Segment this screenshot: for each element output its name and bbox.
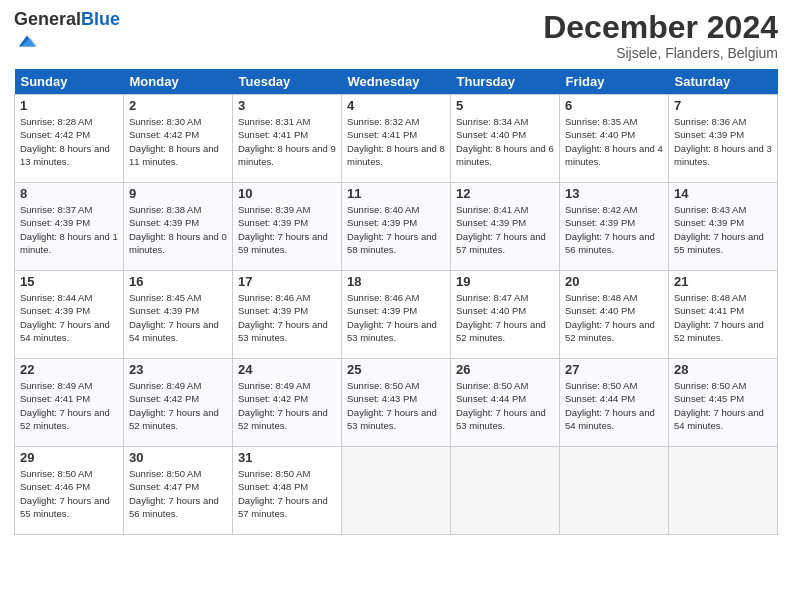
page-container: GeneralBlue December 2024 Sijsele, Fland… — [0, 0, 792, 545]
day-number: 24 — [238, 362, 336, 377]
calendar-cell: 28Sunrise: 8:50 AMSunset: 4:45 PMDayligh… — [669, 359, 778, 447]
logo-icon — [16, 30, 38, 52]
day-number: 11 — [347, 186, 445, 201]
day-number: 29 — [20, 450, 118, 465]
day-number: 31 — [238, 450, 336, 465]
calendar-cell: 11Sunrise: 8:40 AMSunset: 4:39 PMDayligh… — [342, 183, 451, 271]
calendar-body: 1Sunrise: 8:28 AMSunset: 4:42 PMDaylight… — [15, 95, 778, 535]
calendar-cell: 9Sunrise: 8:38 AMSunset: 4:39 PMDaylight… — [124, 183, 233, 271]
weekday-header-thursday: Thursday — [451, 69, 560, 95]
day-number: 12 — [456, 186, 554, 201]
day-info: Sunrise: 8:44 AMSunset: 4:39 PMDaylight:… — [20, 291, 118, 344]
day-info: Sunrise: 8:30 AMSunset: 4:42 PMDaylight:… — [129, 115, 227, 168]
day-number: 17 — [238, 274, 336, 289]
calendar-cell: 23Sunrise: 8:49 AMSunset: 4:42 PMDayligh… — [124, 359, 233, 447]
calendar-cell — [342, 447, 451, 535]
day-number: 27 — [565, 362, 663, 377]
calendar-cell — [451, 447, 560, 535]
weekday-header-saturday: Saturday — [669, 69, 778, 95]
day-number: 26 — [456, 362, 554, 377]
calendar-cell: 7Sunrise: 8:36 AMSunset: 4:39 PMDaylight… — [669, 95, 778, 183]
calendar-cell: 31Sunrise: 8:50 AMSunset: 4:48 PMDayligh… — [233, 447, 342, 535]
day-info: Sunrise: 8:28 AMSunset: 4:42 PMDaylight:… — [20, 115, 118, 168]
calendar-cell: 16Sunrise: 8:45 AMSunset: 4:39 PMDayligh… — [124, 271, 233, 359]
calendar-week-2: 8Sunrise: 8:37 AMSunset: 4:39 PMDaylight… — [15, 183, 778, 271]
day-info: Sunrise: 8:39 AMSunset: 4:39 PMDaylight:… — [238, 203, 336, 256]
day-info: Sunrise: 8:32 AMSunset: 4:41 PMDaylight:… — [347, 115, 445, 168]
calendar-cell: 21Sunrise: 8:48 AMSunset: 4:41 PMDayligh… — [669, 271, 778, 359]
calendar-week-4: 22Sunrise: 8:49 AMSunset: 4:41 PMDayligh… — [15, 359, 778, 447]
calendar-cell: 19Sunrise: 8:47 AMSunset: 4:40 PMDayligh… — [451, 271, 560, 359]
day-info: Sunrise: 8:50 AMSunset: 4:43 PMDaylight:… — [347, 379, 445, 432]
calendar-cell: 15Sunrise: 8:44 AMSunset: 4:39 PMDayligh… — [15, 271, 124, 359]
calendar-cell: 24Sunrise: 8:49 AMSunset: 4:42 PMDayligh… — [233, 359, 342, 447]
day-info: Sunrise: 8:49 AMSunset: 4:42 PMDaylight:… — [129, 379, 227, 432]
logo-general: General — [14, 9, 81, 29]
day-info: Sunrise: 8:45 AMSunset: 4:39 PMDaylight:… — [129, 291, 227, 344]
day-info: Sunrise: 8:49 AMSunset: 4:42 PMDaylight:… — [238, 379, 336, 432]
page-header: GeneralBlue December 2024 Sijsele, Fland… — [14, 10, 778, 61]
day-info: Sunrise: 8:50 AMSunset: 4:44 PMDaylight:… — [456, 379, 554, 432]
day-info: Sunrise: 8:35 AMSunset: 4:40 PMDaylight:… — [565, 115, 663, 168]
calendar-cell: 25Sunrise: 8:50 AMSunset: 4:43 PMDayligh… — [342, 359, 451, 447]
calendar-cell: 26Sunrise: 8:50 AMSunset: 4:44 PMDayligh… — [451, 359, 560, 447]
day-info: Sunrise: 8:50 AMSunset: 4:46 PMDaylight:… — [20, 467, 118, 520]
day-number: 9 — [129, 186, 227, 201]
calendar-cell: 5Sunrise: 8:34 AMSunset: 4:40 PMDaylight… — [451, 95, 560, 183]
day-info: Sunrise: 8:34 AMSunset: 4:40 PMDaylight:… — [456, 115, 554, 168]
calendar-table: SundayMondayTuesdayWednesdayThursdayFrid… — [14, 69, 778, 535]
weekday-header-row: SundayMondayTuesdayWednesdayThursdayFrid… — [15, 69, 778, 95]
day-number: 2 — [129, 98, 227, 113]
day-info: Sunrise: 8:41 AMSunset: 4:39 PMDaylight:… — [456, 203, 554, 256]
day-number: 5 — [456, 98, 554, 113]
day-info: Sunrise: 8:42 AMSunset: 4:39 PMDaylight:… — [565, 203, 663, 256]
day-number: 28 — [674, 362, 772, 377]
day-number: 30 — [129, 450, 227, 465]
calendar-cell: 22Sunrise: 8:49 AMSunset: 4:41 PMDayligh… — [15, 359, 124, 447]
calendar-cell: 1Sunrise: 8:28 AMSunset: 4:42 PMDaylight… — [15, 95, 124, 183]
title-area: December 2024 Sijsele, Flanders, Belgium — [543, 10, 778, 61]
calendar-cell: 30Sunrise: 8:50 AMSunset: 4:47 PMDayligh… — [124, 447, 233, 535]
calendar-cell: 10Sunrise: 8:39 AMSunset: 4:39 PMDayligh… — [233, 183, 342, 271]
day-number: 4 — [347, 98, 445, 113]
weekday-header-wednesday: Wednesday — [342, 69, 451, 95]
day-info: Sunrise: 8:50 AMSunset: 4:47 PMDaylight:… — [129, 467, 227, 520]
day-info: Sunrise: 8:46 AMSunset: 4:39 PMDaylight:… — [347, 291, 445, 344]
calendar-week-3: 15Sunrise: 8:44 AMSunset: 4:39 PMDayligh… — [15, 271, 778, 359]
weekday-header-friday: Friday — [560, 69, 669, 95]
calendar-cell: 17Sunrise: 8:46 AMSunset: 4:39 PMDayligh… — [233, 271, 342, 359]
day-number: 21 — [674, 274, 772, 289]
day-number: 22 — [20, 362, 118, 377]
day-info: Sunrise: 8:31 AMSunset: 4:41 PMDaylight:… — [238, 115, 336, 168]
day-number: 19 — [456, 274, 554, 289]
calendar-cell: 18Sunrise: 8:46 AMSunset: 4:39 PMDayligh… — [342, 271, 451, 359]
month-title: December 2024 — [543, 10, 778, 45]
calendar-cell: 13Sunrise: 8:42 AMSunset: 4:39 PMDayligh… — [560, 183, 669, 271]
day-number: 20 — [565, 274, 663, 289]
day-number: 3 — [238, 98, 336, 113]
calendar-cell: 20Sunrise: 8:48 AMSunset: 4:40 PMDayligh… — [560, 271, 669, 359]
day-number: 7 — [674, 98, 772, 113]
day-info: Sunrise: 8:50 AMSunset: 4:45 PMDaylight:… — [674, 379, 772, 432]
location: Sijsele, Flanders, Belgium — [543, 45, 778, 61]
calendar-cell: 14Sunrise: 8:43 AMSunset: 4:39 PMDayligh… — [669, 183, 778, 271]
day-number: 10 — [238, 186, 336, 201]
day-number: 14 — [674, 186, 772, 201]
day-number: 18 — [347, 274, 445, 289]
day-number: 25 — [347, 362, 445, 377]
day-info: Sunrise: 8:49 AMSunset: 4:41 PMDaylight:… — [20, 379, 118, 432]
calendar-week-5: 29Sunrise: 8:50 AMSunset: 4:46 PMDayligh… — [15, 447, 778, 535]
calendar-cell: 8Sunrise: 8:37 AMSunset: 4:39 PMDaylight… — [15, 183, 124, 271]
day-number: 8 — [20, 186, 118, 201]
logo: GeneralBlue — [14, 10, 120, 56]
calendar-week-1: 1Sunrise: 8:28 AMSunset: 4:42 PMDaylight… — [15, 95, 778, 183]
day-number: 23 — [129, 362, 227, 377]
weekday-header-tuesday: Tuesday — [233, 69, 342, 95]
logo-blue: Blue — [81, 9, 120, 29]
day-info: Sunrise: 8:48 AMSunset: 4:41 PMDaylight:… — [674, 291, 772, 344]
day-number: 16 — [129, 274, 227, 289]
day-info: Sunrise: 8:37 AMSunset: 4:39 PMDaylight:… — [20, 203, 118, 256]
day-info: Sunrise: 8:38 AMSunset: 4:39 PMDaylight:… — [129, 203, 227, 256]
day-info: Sunrise: 8:46 AMSunset: 4:39 PMDaylight:… — [238, 291, 336, 344]
day-info: Sunrise: 8:36 AMSunset: 4:39 PMDaylight:… — [674, 115, 772, 168]
